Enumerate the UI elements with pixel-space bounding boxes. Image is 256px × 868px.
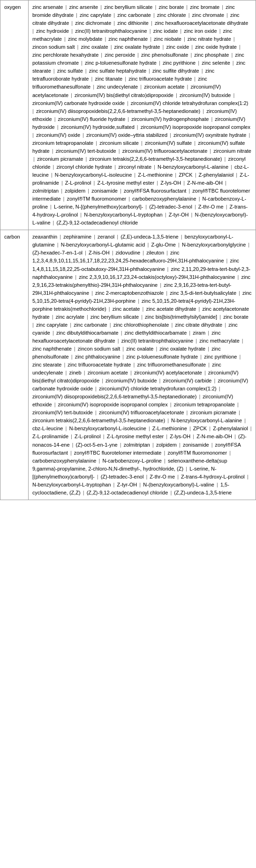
list-item: zinc oxalate hydrate xyxy=(159,346,205,352)
list-item: N-benzyloxycarbonyl-L-alanine xyxy=(171,418,242,423)
separator: | xyxy=(182,36,187,42)
separator: | xyxy=(191,434,196,439)
separator: | xyxy=(70,354,74,359)
list-item: zolpidem xyxy=(156,442,177,448)
separator: | xyxy=(247,242,249,247)
separator: | xyxy=(165,290,169,296)
list-item: Z-L-methionine xyxy=(152,426,187,431)
list-item: zirconium nitrate xyxy=(213,148,251,154)
separator: | xyxy=(68,322,73,328)
list-item: zirconium(IV) oxide xyxy=(36,132,80,138)
list-item: cbz-L-leucine xyxy=(32,426,63,431)
separator: | xyxy=(241,338,243,344)
list-item: zolpidem xyxy=(65,188,85,194)
separator: | xyxy=(32,322,35,328)
separator: | xyxy=(70,20,74,26)
list-item: zinc hydroxide xyxy=(36,28,69,34)
list-item: Z-phenylalaniol xyxy=(199,172,234,178)
list-item: zinc oxalate xyxy=(126,346,153,352)
separator: | xyxy=(169,402,173,407)
list-item: zirconium tetrapropanolate xyxy=(174,402,235,407)
separator: | xyxy=(230,52,234,58)
separator: | xyxy=(75,12,79,18)
list-item: zirconyl chloride hydrate xyxy=(57,164,113,170)
separator: | xyxy=(207,362,211,367)
list-item: zinc caprylate xyxy=(36,322,68,328)
separator: | xyxy=(94,140,98,146)
separator: | xyxy=(69,434,74,439)
list-item: carbobenzoxyphenylalanine xyxy=(32,458,96,464)
list-item: Z-glu-Ome xyxy=(151,242,176,247)
separator: | xyxy=(225,12,229,18)
separator: | xyxy=(126,116,130,122)
separator: | xyxy=(64,4,68,10)
separator: | xyxy=(80,60,84,66)
list-item: zinc trifluoroacetate hydrate xyxy=(128,76,192,82)
list-item: (Z)-tetradec-3-enol xyxy=(149,204,192,210)
separator: | xyxy=(225,258,229,263)
separator: | xyxy=(189,212,194,217)
list-item: zinc caprylate xyxy=(80,12,111,18)
list-item: zinc acetate dihydrate xyxy=(146,306,196,312)
separator: | xyxy=(102,434,106,439)
list-item: zinc borate xyxy=(158,4,184,10)
list-item: zirconium(IV) fluoride hydrate xyxy=(58,116,126,122)
list-item: zinc 3,5-di-tert-butylsalicylate xyxy=(170,290,236,296)
separator: | xyxy=(185,410,189,415)
separator: | xyxy=(127,196,131,202)
list-item: zinc perchlorate hexahydrate xyxy=(32,52,98,58)
separator: | xyxy=(84,68,88,74)
separator: | xyxy=(149,36,153,42)
list-item: zonyl®TBC fluorotelomer intermediate xyxy=(74,450,162,456)
separator: | xyxy=(208,148,212,154)
list-item: N-carbobenzoxy-L-proline xyxy=(102,458,162,464)
separator: | xyxy=(218,314,222,320)
separator: | xyxy=(32,132,35,138)
list-item: zonisamide xyxy=(91,188,118,194)
list-item: zirconium(IV) bis(diethyl citrato)diprop… xyxy=(75,92,173,98)
list-item: zirconium picramate xyxy=(37,156,83,162)
separator: | xyxy=(152,164,157,170)
separator: | xyxy=(53,116,57,122)
list-item: zirconium(IV) isopropoxide isopropanol c… xyxy=(141,124,250,130)
separator: | xyxy=(215,482,219,487)
table-row: carbonzeaxanthin | zephiramine | zeranol… xyxy=(0,230,256,500)
separator: | xyxy=(158,60,162,66)
separator: | xyxy=(152,12,156,18)
separator: | xyxy=(161,44,165,50)
separator: | xyxy=(90,290,94,296)
separator: | xyxy=(200,68,204,74)
list-item: Z-lys-OH xyxy=(160,180,181,186)
separator: | xyxy=(164,212,168,217)
separator: | xyxy=(210,442,214,448)
list-item: zinc p-toluenesulfonate hydrate xyxy=(85,60,157,66)
separator: | xyxy=(232,36,235,42)
separator: | xyxy=(187,188,191,194)
list-item: zincon sodium salt xyxy=(78,346,120,352)
separator: | xyxy=(51,314,55,320)
list-item: zinc pyrithione xyxy=(204,354,237,359)
separator: | xyxy=(166,266,170,272)
separator: | xyxy=(74,274,78,280)
separator: | xyxy=(170,322,174,328)
list-item: zephiramine xyxy=(63,234,91,239)
separator: | xyxy=(148,28,152,34)
separator: | xyxy=(62,362,67,367)
separator: | xyxy=(32,108,35,114)
separator: | xyxy=(206,330,211,336)
separator: | xyxy=(107,306,112,312)
separator: | xyxy=(236,274,240,280)
separator: | xyxy=(151,442,155,448)
list-item: zinc methacrylate xyxy=(199,338,240,344)
list-item: zinc diethyldithiocarbamate xyxy=(125,330,187,336)
separator: | xyxy=(51,148,55,154)
category-cell: oxygen xyxy=(0,0,29,230)
separator: | xyxy=(64,426,68,431)
list-item: zinc sulfite dihydrate xyxy=(152,68,199,74)
list-item: zirconium tetrapropanolate xyxy=(32,140,93,146)
separator: | xyxy=(92,180,97,186)
separator: | xyxy=(237,290,241,296)
separator: | xyxy=(140,314,144,320)
list-item: ZPCK xyxy=(179,172,192,178)
content-cell: zinc arsenate | zinc arsenite | zinc ber… xyxy=(29,0,256,230)
